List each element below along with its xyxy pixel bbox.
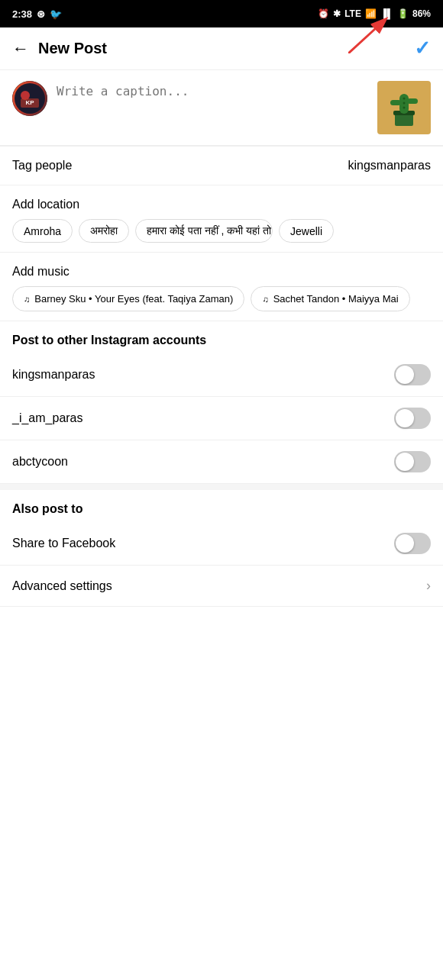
music-section: Add music ♫ Barney Sku • Your Eyes (feat… bbox=[0, 253, 443, 321]
svg-rect-10 bbox=[390, 100, 401, 105]
svg-point-12 bbox=[403, 98, 406, 100]
plant-image bbox=[381, 85, 427, 131]
section-spacer bbox=[0, 484, 443, 490]
share-facebook-toggle[interactable] bbox=[394, 533, 431, 554]
music-chip-0[interactable]: ♫ Barney Sku • Your Eyes (feat. Taqiya Z… bbox=[12, 286, 244, 311]
share-facebook-row: Share to Facebook bbox=[0, 522, 443, 565]
chevron-right-icon: › bbox=[426, 578, 431, 594]
location-chip-2[interactable]: हमारा कोई पता नहीं , कभी यहां तो कभी वहा… bbox=[135, 219, 273, 243]
music-chip-text-0: Barney Sku • Your Eyes (feat. Taqiya Zam… bbox=[34, 293, 233, 305]
tag-people-label: Tag people bbox=[12, 159, 72, 172]
account-name-1: _i_am_paras bbox=[12, 411, 83, 425]
music-chip-text-1: Sachet Tandon • Maiyya Mai bbox=[273, 293, 399, 305]
divider-9 bbox=[0, 606, 443, 607]
post-thumbnail bbox=[377, 81, 431, 134]
account-row-2: abctycoon bbox=[0, 440, 443, 483]
caption-input[interactable] bbox=[57, 81, 368, 119]
avatar: KP bbox=[12, 81, 47, 116]
bluetooth-icon: ✱ bbox=[333, 8, 341, 19]
battery-icon: 🔋 bbox=[397, 8, 409, 19]
location-title[interactable]: Add location bbox=[0, 185, 443, 219]
music-icon-1: ♫ bbox=[262, 295, 268, 304]
account-name-2: abctycoon bbox=[12, 455, 68, 469]
location-chip-0[interactable]: Amroha bbox=[12, 219, 73, 243]
location-section: Add location Amroha अमरोहा हमारा कोई पता… bbox=[0, 185, 443, 252]
battery-percent: 86% bbox=[412, 8, 431, 19]
wifi-icon: 📶 bbox=[365, 8, 377, 19]
account-toggle-2[interactable] bbox=[394, 451, 431, 472]
account-row-0: kingsmanparas bbox=[0, 353, 443, 396]
music-icon-0: ♫ bbox=[24, 295, 30, 304]
also-post-section: Also post to Share to Facebook bbox=[0, 490, 443, 565]
location-chips: Amroha अमरोहा हमारा कोई पता नहीं , कभी य… bbox=[0, 219, 443, 243]
account-toggle-1[interactable] bbox=[394, 408, 431, 429]
svg-rect-11 bbox=[407, 98, 418, 104]
music-title[interactable]: Add music bbox=[0, 253, 443, 286]
svg-text:KP: KP bbox=[25, 99, 34, 106]
music-chips: ♫ Barney Sku • Your Eyes (feat. Taqiya Z… bbox=[0, 286, 443, 311]
post-to-other-title: Post to other Instagram accounts bbox=[0, 321, 443, 353]
whatsapp-icon: ⊛ bbox=[37, 8, 45, 20]
status-left: 2:38 ⊛ 🐦 bbox=[12, 8, 62, 20]
advanced-settings-label: Advanced settings bbox=[12, 579, 112, 593]
svg-point-13 bbox=[403, 102, 406, 105]
twitter-icon: 🐦 bbox=[50, 8, 62, 20]
account-name-0: kingsmanparas bbox=[12, 368, 95, 382]
lte-icon: LTE bbox=[344, 8, 361, 19]
page-header: ← New Post ✓ bbox=[0, 27, 443, 70]
back-button[interactable]: ← bbox=[12, 39, 29, 59]
advanced-settings-row[interactable]: Advanced settings › bbox=[0, 566, 443, 606]
tag-people-value: kingsmanparas bbox=[348, 159, 432, 172]
location-chip-3[interactable]: Jewelli bbox=[279, 219, 334, 243]
status-bar: 2:38 ⊛ 🐦 ⏰ ✱ LTE 📶 ▐▌ 🔋 86% bbox=[0, 0, 443, 27]
location-chip-1[interactable]: अमरोहा bbox=[79, 219, 129, 243]
signal-icon: ▐▌ bbox=[380, 8, 393, 19]
status-right: ⏰ ✱ LTE 📶 ▐▌ 🔋 86% bbox=[318, 8, 431, 19]
caption-area: KP bbox=[0, 70, 443, 146]
account-toggle-0[interactable] bbox=[394, 364, 431, 385]
page-title: New Post bbox=[38, 40, 107, 57]
account-row-1: _i_am_paras bbox=[0, 397, 443, 440]
share-facebook-label: Share to Facebook bbox=[12, 537, 115, 550]
tag-people-row[interactable]: Tag people kingsmanparas bbox=[0, 147, 443, 185]
also-post-title: Also post to bbox=[0, 490, 443, 522]
status-time: 2:38 bbox=[12, 8, 32, 20]
svg-point-14 bbox=[403, 107, 406, 109]
share-button[interactable]: ✓ bbox=[414, 37, 431, 60]
post-to-other-section: Post to other Instagram accounts kingsma… bbox=[0, 321, 443, 483]
music-chip-1[interactable]: ♫ Sachet Tandon • Maiyya Mai bbox=[251, 286, 409, 311]
alarm-icon: ⏰ bbox=[318, 8, 329, 19]
